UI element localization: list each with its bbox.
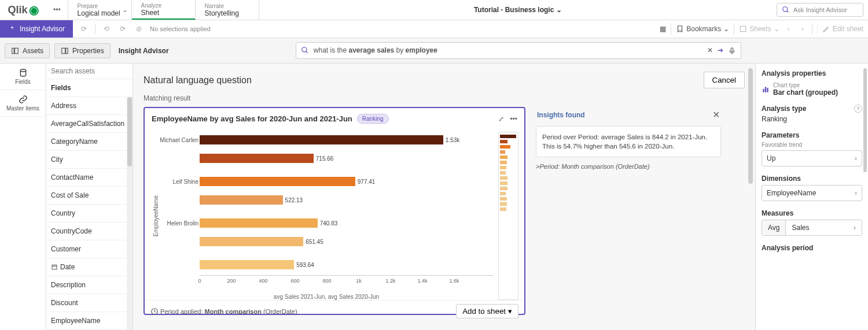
bar-value-label: 593.64 <box>296 262 314 268</box>
insight-note: >Period: Month comparison (OrderDate) <box>536 163 721 170</box>
nav-tab-prepare[interactable]: Prepare Logical model ⌄ <box>68 0 132 20</box>
card-more-icon[interactable]: ••• <box>510 115 517 123</box>
bar-segment[interactable] <box>200 218 318 228</box>
measure-field[interactable]: Sales› <box>786 220 862 235</box>
fullscreen-icon[interactable]: ⤢ <box>498 115 504 123</box>
selections-tool-icon[interactable]: ▦ <box>660 25 666 33</box>
bar-row: Helen Brolin740.83 <box>200 215 494 231</box>
bar-row: Michael Carlen1.53k <box>200 132 494 148</box>
bar-segment[interactable] <box>200 135 443 144</box>
clear-search-icon[interactable]: ✕ <box>707 46 713 54</box>
favorable-trend-select[interactable]: Up› <box>762 150 862 166</box>
center-scrollbar[interactable] <box>748 64 753 330</box>
bar-value-label: 651.45 <box>306 239 323 245</box>
field-item[interactable]: Discount <box>46 294 127 312</box>
measure-select[interactable]: Avg Sales› <box>762 220 862 236</box>
x-axis-label: avg Sales 2021-Jun, avg Sales 2020-Jun <box>159 294 494 300</box>
field-item[interactable]: Cost of Sale <box>46 187 127 205</box>
properties-button[interactable]: Properties <box>54 43 111 58</box>
sheets-button: Sheets ⌄ <box>739 25 779 33</box>
field-item[interactable]: AverageCallSatisfaction <box>46 115 127 133</box>
bar-chart: Michael Carlen1.53k715.66Leif Shine977.4… <box>159 132 494 275</box>
nlq-search-input[interactable]: what is the average sales by employee ✕ … <box>296 42 741 59</box>
bar-segment[interactable] <box>200 237 303 246</box>
app-title[interactable]: Tutorial - Business logic ⌄ <box>259 6 777 14</box>
fields-search[interactable] <box>46 64 133 79</box>
chevron-down-icon: ⌄ <box>556 6 562 14</box>
x-tick: 800 <box>322 278 331 284</box>
svg-rect-4 <box>14 48 18 53</box>
dimension-select[interactable]: EmployeeName› <box>762 185 862 201</box>
search-icon <box>782 6 790 14</box>
fields-search-input[interactable] <box>51 67 128 75</box>
field-item[interactable]: Date <box>46 258 127 276</box>
chart-card: EmployeeName by avg Sales for 2020-Jun a… <box>144 107 525 315</box>
master-items-rail-item[interactable]: Master items <box>0 90 46 117</box>
nav-tab-narrate[interactable]: Narrate Storytelling <box>196 0 259 20</box>
svg-line-8 <box>306 51 308 53</box>
field-item[interactable]: City <box>46 151 127 169</box>
clock-icon <box>150 307 159 316</box>
more-menu-icon[interactable]: ••• <box>46 0 68 20</box>
bookmarks-button[interactable]: Bookmarks ⌄ <box>676 25 729 33</box>
field-item[interactable]: Customer <box>46 240 127 258</box>
analysis-type-value: Ranking <box>762 115 862 123</box>
bar-segment[interactable] <box>200 154 314 163</box>
ask-insight-input[interactable]: Ask Insight Advisor <box>777 3 863 17</box>
period-paren: (OrderDate) <box>263 308 297 315</box>
bar-value-label: 715.66 <box>316 155 334 162</box>
fields-panel: Fields AddressAverageCallSatisfactionCat… <box>46 64 133 330</box>
svg-rect-6 <box>66 48 68 53</box>
y-axis-label: EmployeeName <box>150 195 159 236</box>
panel-right-icon <box>61 47 69 55</box>
nav-tab-analyze[interactable]: Analyze Sheet <box>132 0 196 20</box>
fields-scrollbar[interactable] <box>127 97 133 330</box>
properties-scrollbar[interactable] <box>863 68 867 325</box>
sheet-icon <box>739 25 747 33</box>
insight-text: Period over Period: average Sales is 844… <box>536 126 721 157</box>
fields-header: Fields <box>46 79 133 97</box>
cancel-button[interactable]: Cancel <box>704 72 745 88</box>
add-to-sheet-button[interactable]: Add to sheet ▾ <box>456 304 518 318</box>
smart-search-icon[interactable]: ⟳ <box>79 25 89 33</box>
insights-title: Insights found <box>537 111 585 119</box>
bar-category-label: Leif Shine <box>159 179 198 185</box>
chart-minimap[interactable] <box>498 132 518 300</box>
measure-agg[interactable]: Avg <box>762 220 786 235</box>
field-item[interactable]: Description <box>46 276 127 294</box>
field-item[interactable]: CountryCode <box>46 223 127 240</box>
help-icon[interactable]: ? <box>854 105 862 113</box>
insight-advisor-button[interactable]: Insight Advisor <box>0 20 73 38</box>
field-item[interactable]: ContactName <box>46 169 127 187</box>
field-item[interactable]: CategoryName <box>46 133 127 151</box>
field-item[interactable]: Address <box>46 97 127 115</box>
svg-rect-11 <box>52 265 57 270</box>
bar-row: 715.66 <box>200 150 494 166</box>
chevron-down-icon: ⌄ <box>723 25 729 33</box>
step-forward-icon: ⟳ <box>117 25 128 33</box>
bar-segment[interactable] <box>200 260 294 269</box>
bar-segment[interactable] <box>200 177 355 186</box>
field-item[interactable]: Country <box>46 205 127 223</box>
parameters-header: Parameters <box>762 131 862 139</box>
analysis-type-header: Analysis type ? <box>762 105 862 113</box>
panel-icon <box>11 47 19 55</box>
bar-segment[interactable] <box>200 195 283 205</box>
insight-bar: Assets Properties Insight Advisor what i… <box>0 38 868 64</box>
close-insights-icon[interactable]: ✕ <box>712 109 720 120</box>
svg-point-10 <box>20 69 25 72</box>
x-tick: 0 <box>198 278 201 284</box>
fields-rail-item[interactable]: Fields <box>0 64 46 90</box>
x-tick: 200 <box>227 278 236 284</box>
chevron-right-icon: › <box>855 154 857 162</box>
submit-search-icon[interactable]: ➔ <box>718 46 723 54</box>
insight-advisor-label: Insight Advisor <box>119 47 169 55</box>
clear-selections-icon: ⊘ <box>134 25 144 33</box>
assets-button[interactable]: Assets <box>5 43 50 58</box>
field-item[interactable]: EmployeeName <box>46 312 127 330</box>
analysis-type-pill: Ranking <box>357 114 389 124</box>
logo[interactable]: Qlik◉ <box>0 3 46 17</box>
microphone-icon[interactable] <box>728 46 736 55</box>
no-selections-label: No selections applied <box>150 25 211 32</box>
asset-type-rail: Fields Master items <box>0 64 46 330</box>
